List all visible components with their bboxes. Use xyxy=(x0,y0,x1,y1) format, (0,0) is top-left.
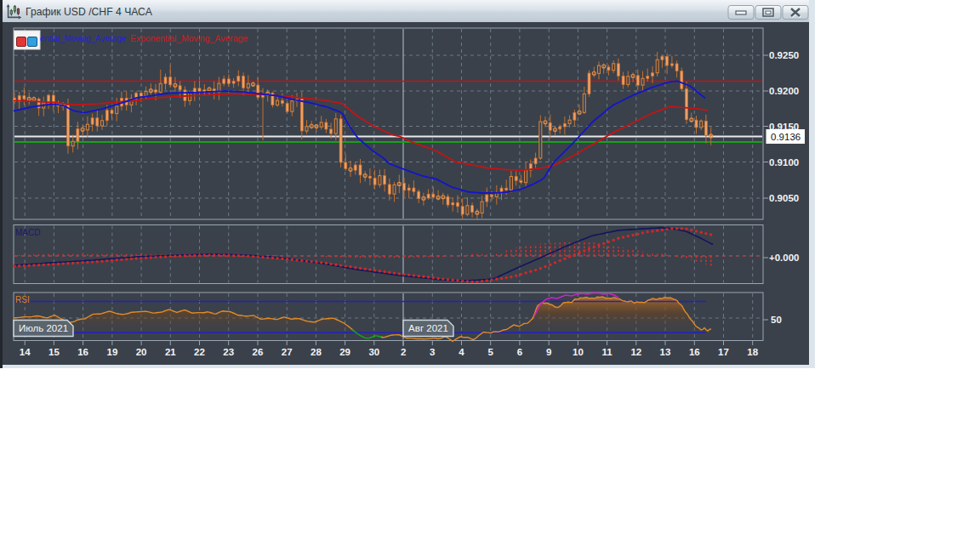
svg-text:10: 10 xyxy=(573,347,584,357)
svg-text:6: 6 xyxy=(517,347,522,357)
svg-text:16: 16 xyxy=(689,347,700,357)
svg-text:13: 13 xyxy=(660,347,671,357)
svg-text:+0.000: +0.000 xyxy=(769,253,800,263)
svg-text:15: 15 xyxy=(48,347,60,357)
svg-text:23: 23 xyxy=(223,347,234,357)
svg-text:2: 2 xyxy=(401,347,406,357)
svg-text:20: 20 xyxy=(136,347,147,357)
svg-text:12: 12 xyxy=(630,347,641,357)
svg-text:18: 18 xyxy=(747,347,758,357)
svg-text:19: 19 xyxy=(107,347,118,357)
svg-text:0.9136: 0.9136 xyxy=(771,132,801,142)
svg-text:16: 16 xyxy=(77,347,88,357)
svg-text:21: 21 xyxy=(165,347,176,357)
svg-text:50: 50 xyxy=(771,315,782,325)
svg-text:0.9200: 0.9200 xyxy=(769,86,799,96)
svg-text:RSI: RSI xyxy=(15,295,30,304)
svg-text:22: 22 xyxy=(194,347,205,357)
svg-text:0.9050: 0.9050 xyxy=(769,193,799,203)
svg-text:29: 29 xyxy=(339,347,350,357)
svg-text:30: 30 xyxy=(368,347,379,357)
svg-text:14: 14 xyxy=(20,347,31,357)
svg-text:0.9100: 0.9100 xyxy=(769,157,799,168)
svg-text:11: 11 xyxy=(602,347,613,357)
svg-text:9: 9 xyxy=(546,347,551,357)
svg-text:График USD /CHF 4 ЧАСА: График USD /CHF 4 ЧАСА xyxy=(26,6,153,18)
svg-text:27: 27 xyxy=(282,347,293,357)
svg-text:ential_Moving_Average: ential_Moving_Average xyxy=(40,33,126,43)
svg-text:17: 17 xyxy=(718,347,729,357)
svg-text:28: 28 xyxy=(311,347,322,357)
svg-text:Июль 2021: Июль 2021 xyxy=(19,323,68,333)
svg-text:Exponential_Moving_Average: Exponential_Moving_Average xyxy=(130,33,248,43)
svg-text:5: 5 xyxy=(487,347,493,357)
svg-text:MACD: MACD xyxy=(15,228,40,237)
svg-text:Авг 2021: Авг 2021 xyxy=(408,323,448,333)
svg-text:26: 26 xyxy=(253,347,264,357)
svg-text:0.9250: 0.9250 xyxy=(769,50,799,60)
svg-text:4: 4 xyxy=(459,347,464,357)
svg-text:3: 3 xyxy=(430,347,435,357)
